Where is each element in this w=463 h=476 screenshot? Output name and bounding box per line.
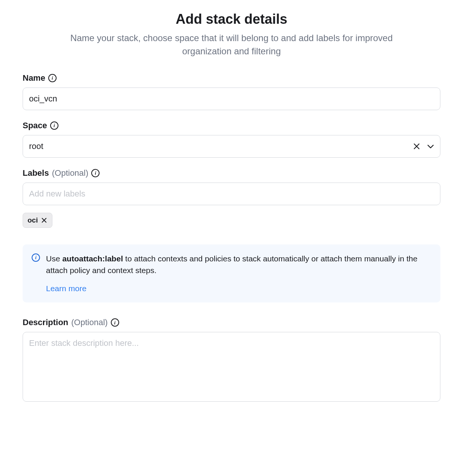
description-optional: (Optional) [71, 318, 108, 327]
close-icon[interactable] [41, 217, 48, 224]
labels-field-group: Labels (Optional) i oci [23, 168, 440, 228]
labels-label: Labels [23, 168, 49, 178]
space-select[interactable]: root [23, 135, 440, 158]
clear-icon[interactable] [412, 142, 421, 150]
description-textarea[interactable] [23, 332, 440, 402]
info-icon[interactable]: i [50, 121, 58, 130]
labels-optional: (Optional) [52, 168, 89, 178]
description-field-group: Description (Optional) i [23, 318, 440, 403]
chip-text: oci [28, 216, 38, 224]
space-value: root [29, 141, 43, 151]
callout-bold: autoattach:label [62, 254, 123, 263]
info-icon: i [32, 253, 40, 262]
chevron-down-icon[interactable] [426, 142, 435, 151]
page-title: Add stack details [23, 11, 440, 27]
labels-input[interactable] [23, 183, 440, 205]
label-chip[interactable]: oci [23, 213, 52, 228]
name-input[interactable] [23, 88, 440, 110]
name-field-group: Name i [23, 73, 440, 110]
learn-more-link[interactable]: Learn more [46, 283, 86, 295]
description-label: Description [23, 318, 68, 327]
info-icon[interactable]: i [111, 318, 119, 327]
info-icon[interactable]: i [91, 169, 100, 177]
page-subtitle: Name your stack, choose space that it wi… [66, 32, 397, 58]
space-field-group: Space i root [23, 121, 440, 158]
callout-text-pre: Use [46, 254, 62, 263]
info-callout: i Use autoattach:label to attach context… [23, 244, 440, 303]
name-label: Name [23, 73, 45, 83]
space-label: Space [23, 121, 47, 131]
info-icon[interactable]: i [48, 74, 57, 82]
